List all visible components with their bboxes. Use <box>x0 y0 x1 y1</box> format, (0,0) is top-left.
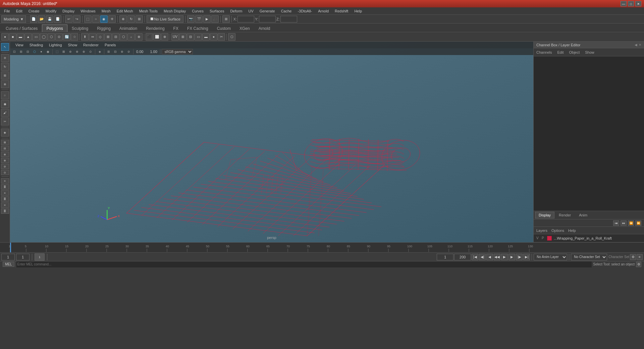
move-btn[interactable]: ⊕ <box>119 15 127 23</box>
grid-btn[interactable]: ⊞ <box>222 15 230 23</box>
vp-icon9[interactable]: ⊗ <box>74 49 80 55</box>
vp-icon3[interactable]: ⊟ <box>25 49 31 55</box>
cb-channels-tab[interactable]: Channels <box>535 50 553 55</box>
poly-sphere-btn[interactable]: ● <box>1 33 9 41</box>
left-small7[interactable]: ≡ <box>1 178 9 184</box>
layers-tab[interactable]: Layers <box>536 229 547 233</box>
extra-btn[interactable]: ≡ <box>637 254 643 260</box>
menu-cache[interactable]: Cache <box>278 8 294 14</box>
boolean-btn[interactable]: ⊕ <box>161 33 168 41</box>
play-back-btn[interactable]: ◀◀ <box>494 254 500 260</box>
target-weld-btn[interactable]: ⊕ <box>135 33 143 41</box>
skip-start-btn[interactable]: |◀ <box>472 254 478 260</box>
vp-icon8[interactable]: ⊛ <box>67 49 73 55</box>
tab-polygons[interactable]: Polygons <box>42 24 67 32</box>
save-as-btn[interactable]: 📑 <box>54 15 61 23</box>
layer-btn1[interactable]: ⏮ <box>613 220 619 226</box>
undo-btn[interactable]: ↩ <box>65 15 72 23</box>
scale-btn[interactable]: ⊞ <box>136 15 143 23</box>
move-tool[interactable]: ✛ <box>1 54 9 62</box>
vp-icon10[interactable]: ⊕ <box>81 49 87 55</box>
select-region-icon[interactable]: ⊡ <box>11 49 17 55</box>
tab-rendering[interactable]: Rendering <box>142 24 169 32</box>
minimize-button[interactable]: — <box>621 1 627 6</box>
layer-btn4[interactable]: ⏩ <box>635 220 641 226</box>
layer-btn2[interactable]: ⏭ <box>621 220 627 226</box>
vp-panels[interactable]: Panels <box>102 43 119 47</box>
menu-modify[interactable]: Modify <box>43 8 59 14</box>
prev-frame-btn[interactable]: ◀ <box>486 254 493 260</box>
menu-uv[interactable]: UV <box>246 8 256 14</box>
cb-object-tab[interactable]: Object <box>568 50 581 55</box>
vp-view[interactable]: View <box>13 43 26 47</box>
mel-button[interactable]: MEL <box>3 262 14 267</box>
menu-curves[interactable]: Curves <box>189 8 206 14</box>
render3-btn[interactable]: 🎥 <box>211 15 219 23</box>
wireframe-icon[interactable]: ⬡ <box>32 49 38 55</box>
scale-tool[interactable]: ⊞ <box>1 71 9 80</box>
menu-redshift[interactable]: Redshift <box>332 8 351 14</box>
poly-helix-btn[interactable]: 🔄 <box>63 33 70 41</box>
tab-fx[interactable]: FX <box>169 24 183 32</box>
menu-surfaces[interactable]: Surfaces <box>207 8 227 14</box>
menu-deform[interactable]: Deform <box>227 8 245 14</box>
tab-custom[interactable]: Custom <box>213 24 235 32</box>
skip-end-btn[interactable]: ▶| <box>523 254 530 260</box>
menu-3dto-all[interactable]: -3DtoAll- <box>295 8 315 14</box>
planar-btn[interactable]: ▭ <box>195 33 202 41</box>
new-file-btn[interactable]: 📄 <box>30 15 37 23</box>
next-key-btn[interactable]: |▶ <box>516 254 523 260</box>
insert-edgeloop-btn[interactable]: ⊞ <box>104 33 112 41</box>
render-tab[interactable]: Render <box>555 212 575 218</box>
play-fwd-btn[interactable]: ▶ <box>501 254 508 260</box>
open-file-btn[interactable]: 📂 <box>38 15 45 23</box>
transform-btn[interactable]: ✛ <box>108 15 116 23</box>
prev-key-btn[interactable]: ◀| <box>479 254 486 260</box>
poly-plane-btn[interactable]: ▭ <box>32 33 40 41</box>
vp-shading[interactable]: Shading <box>27 43 46 47</box>
menu-edit[interactable]: Edit <box>13 8 25 14</box>
lasso-btn[interactable]: ○ <box>92 15 100 23</box>
tab-animation[interactable]: Animation <box>115 24 142 32</box>
timeline-area[interactable] <box>0 242 644 252</box>
layer-color-swatch[interactable] <box>547 236 552 241</box>
help-tab[interactable]: Help <box>568 229 576 233</box>
vp-icon7[interactable]: ⊠ <box>61 49 67 55</box>
menu-windows[interactable]: Windows <box>78 8 98 14</box>
tab-arnold[interactable]: Arnold <box>254 24 275 32</box>
vp-icon16[interactable]: ⊘ <box>126 49 132 55</box>
menu-mesh[interactable]: Mesh <box>99 8 113 14</box>
next-frame-btn[interactable]: ▶ <box>508 254 515 260</box>
z-input[interactable] <box>280 16 297 22</box>
left-small10[interactable]: ≣ <box>1 196 9 202</box>
left-small2[interactable]: ⊟ <box>1 146 9 151</box>
render2-btn[interactable]: ▶ <box>203 15 211 23</box>
x-input[interactable] <box>237 16 254 22</box>
smooth-icon[interactable]: ● <box>38 49 44 55</box>
tab-fx-caching[interactable]: FX Caching <box>183 24 213 32</box>
left-small1[interactable]: ⊞ <box>1 140 9 145</box>
left-small8[interactable]: ≣ <box>1 184 9 190</box>
left-small4[interactable]: ⊗ <box>1 158 9 163</box>
combine-btn[interactable]: ⬛ <box>146 33 153 41</box>
left-small12[interactable]: ≣ <box>1 208 9 214</box>
select-btn[interactable]: ⬚ <box>84 15 92 23</box>
uv-editor-btn[interactable]: UV <box>171 33 179 41</box>
unfold-btn[interactable]: ⊞ <box>179 33 186 41</box>
poly-special-btn[interactable]: ☆ <box>71 33 78 41</box>
merge-btn[interactable]: ⬦ <box>127 33 135 41</box>
start-frame-input[interactable] <box>1 254 15 260</box>
vp-lighting[interactable]: Lighting <box>46 43 65 47</box>
left-small11[interactable]: ≡ <box>1 202 9 208</box>
menu-mesh-display[interactable]: Mesh Display <box>161 8 189 14</box>
rotate-btn[interactable]: ↻ <box>127 15 135 23</box>
paint-tool[interactable]: 🖌 <box>1 109 9 117</box>
poly-prism-btn[interactable]: ⬡ <box>48 33 55 41</box>
range-start[interactable] <box>437 254 453 260</box>
rotate-tool[interactable]: ↻ <box>1 63 9 71</box>
no-live-surface-btn[interactable]: 🔲 No Live Surface <box>147 15 183 23</box>
layout-btn[interactable]: ⊟ <box>187 33 194 41</box>
select-tool[interactable]: ↖ <box>1 43 9 51</box>
workspace-dropdown[interactable]: Modeling ▼ <box>1 15 26 23</box>
offset-edgeloop-btn[interactable]: ⊟ <box>112 33 119 41</box>
